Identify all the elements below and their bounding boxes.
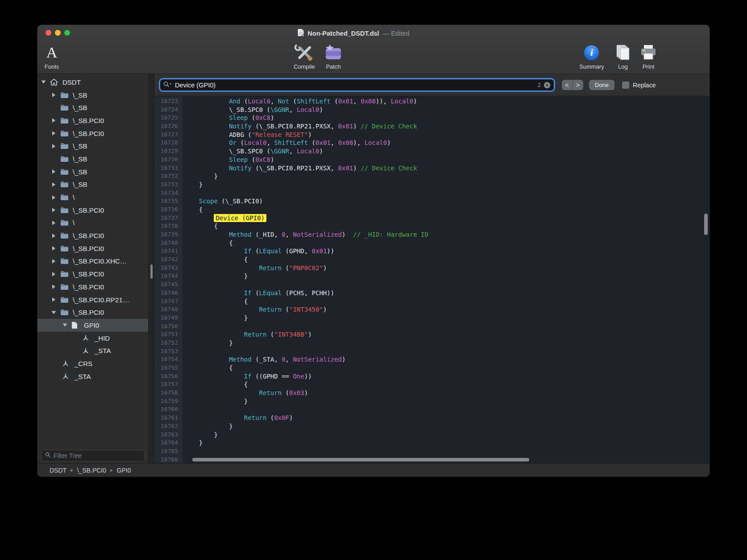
code-line[interactable]: ADBG ("Release RESET") — [184, 131, 710, 139]
chevron-right-icon[interactable] — [51, 195, 60, 200]
code-line[interactable]: { — [184, 364, 710, 372]
find-next-button[interactable]: > — [573, 80, 583, 90]
code-line[interactable]: } — [184, 272, 710, 280]
chevron-right-icon[interactable] — [51, 144, 60, 148]
chevron-right-icon[interactable] — [51, 118, 60, 123]
code-line[interactable]: } — [184, 431, 710, 439]
chevron-down-icon[interactable] — [62, 323, 71, 327]
tree-item[interactable]: \ — [37, 217, 148, 230]
breadcrumb-item[interactable]: GPI0 — [117, 467, 131, 474]
code-line[interactable]: { — [184, 206, 710, 214]
code-line[interactable]: Method (_STA, 0, NotSerialized) — [184, 355, 710, 364]
search-input[interactable] — [175, 82, 535, 89]
fonts-button[interactable]: A Fonts — [45, 43, 59, 70]
chevron-right-icon[interactable] — [51, 208, 60, 212]
code-line[interactable]: \_SB.SPC0 (\GGNR, Local0) — [184, 106, 710, 114]
code-line[interactable]: Device (GPI0) — [184, 214, 710, 222]
code-line[interactable]: If ((GPHD == One)) — [184, 372, 710, 381]
chevron-right-icon[interactable] — [51, 234, 60, 238]
code-line[interactable] — [184, 280, 710, 289]
code-line[interactable]: { — [184, 255, 710, 264]
tree-item[interactable]: \_SB.PCI0 — [37, 280, 148, 293]
tree-item[interactable]: \_SB — [37, 101, 148, 114]
log-button[interactable]: Log — [614, 43, 632, 70]
code-line[interactable]: Method (_HID, 0, NotSerialized) // _HID:… — [184, 231, 710, 239]
tree-item[interactable]: \_SB — [37, 140, 148, 152]
code-line[interactable]: Return ("INT3450") — [184, 305, 710, 314]
tree-item[interactable]: \_SB.PCI0 — [37, 268, 148, 280]
tree-item[interactable]: \_SB.PCI0 — [37, 127, 148, 140]
tree-item[interactable]: \ — [37, 191, 148, 204]
vertical-scrollbar-thumb[interactable] — [704, 214, 708, 235]
code-line[interactable]: } — [184, 181, 710, 189]
code-line[interactable] — [184, 405, 710, 414]
code-line[interactable]: } — [184, 314, 710, 322]
code-line[interactable] — [184, 322, 710, 331]
tree-item[interactable]: \_SB.PCI0 — [37, 204, 148, 217]
replace-checkbox[interactable] — [622, 82, 629, 89]
splitter[interactable] — [148, 74, 154, 463]
document-proxy-icon[interactable] — [297, 29, 304, 38]
code-line[interactable]: } — [184, 439, 710, 447]
code-line[interactable]: Or (Local0, ShiftLeft (0x01, 0x08), Loca… — [184, 139, 710, 147]
breadcrumb-item[interactable]: DSDT — [50, 467, 66, 474]
code-line[interactable]: Notify (\_SB.PCI0.RP21.PXSX, 0x01) // De… — [184, 122, 710, 131]
tree-item[interactable]: \_SB.PCI0 — [37, 306, 148, 319]
chevron-right-icon[interactable] — [51, 297, 60, 302]
code-line[interactable]: Sleep (0xC8) — [184, 114, 710, 122]
zoom-window-button[interactable] — [64, 30, 70, 36]
tree-item[interactable]: \_SB.PCI0 — [37, 229, 148, 242]
code-line[interactable]: Return ("INT34BB") — [184, 330, 710, 339]
tree-item[interactable]: _HID — [37, 332, 148, 345]
horizontal-scrollbar-thumb[interactable] — [192, 458, 529, 461]
chevron-right-icon[interactable] — [51, 131, 60, 136]
code-line[interactable]: If (LEqual (GPHD, 0x01)) — [184, 247, 710, 255]
tree-item[interactable]: \_SB.PCI0.XHC… — [37, 255, 148, 268]
tree-item[interactable]: \_SB — [37, 178, 148, 191]
chevron-right-icon[interactable] — [51, 246, 60, 251]
code-line[interactable]: Return ("PNP0C02") — [184, 264, 710, 272]
tree-item[interactable]: _STA — [37, 370, 148, 383]
chevron-down-icon[interactable] — [41, 80, 50, 84]
compile-button[interactable]: Compile — [294, 43, 315, 70]
search-field[interactable]: 2 — [159, 78, 555, 92]
chevron-right-icon[interactable] — [51, 93, 60, 97]
code-line[interactable]: { — [184, 380, 710, 389]
code-line[interactable]: If (LEqual (PCHS, PCHH)) — [184, 289, 710, 297]
search-match-highlight[interactable]: Device (GPI0) — [214, 214, 266, 222]
tree-item[interactable]: \_SB — [37, 165, 148, 178]
tree-item[interactable]: _CRS — [37, 357, 148, 370]
code-line[interactable]: } — [184, 397, 710, 406]
tree-item[interactable]: _STA — [37, 344, 148, 357]
tree-item[interactable]: \_SB.PCI0 — [37, 242, 148, 255]
code-area[interactable]: And (Local0, Not (ShiftLeft (0x01, 0x08)… — [182, 96, 710, 463]
code-line[interactable]: Sleep (0xC8) — [184, 156, 710, 164]
patch-button[interactable]: Patch — [324, 43, 343, 70]
code-line[interactable]: Notify (\_SB.PCI0.RP21.PXSX, 0x01) // De… — [184, 164, 710, 173]
chevron-right-icon[interactable] — [51, 221, 60, 225]
code-line[interactable]: Return (0x0F) — [184, 414, 710, 422]
code-line[interactable]: { — [184, 222, 710, 231]
minimize-window-button[interactable] — [55, 30, 61, 36]
tree-item[interactable]: \_SB — [37, 152, 148, 165]
chevron-right-icon[interactable] — [51, 182, 60, 187]
code-line[interactable]: } — [184, 422, 710, 431]
chevron-right-icon[interactable] — [51, 259, 60, 264]
chevron-right-icon[interactable] — [51, 284, 60, 289]
code-line[interactable]: And (Local0, Not (ShiftLeft (0x01, 0x08)… — [184, 97, 710, 106]
code-line[interactable]: } — [184, 172, 710, 181]
clear-search-icon[interactable] — [544, 82, 551, 89]
breadcrumb-item[interactable]: \_SB.PCI0 — [77, 467, 106, 474]
print-button[interactable]: Print — [639, 43, 657, 70]
filter-tree-input[interactable] — [54, 452, 141, 459]
code-line[interactable]: Scope (\_SB.PCI0) — [184, 197, 710, 206]
tree-item[interactable]: \_SB.PCI0.RP21… — [37, 293, 148, 306]
replace-toggle[interactable]: Replace — [622, 82, 656, 89]
tree-item[interactable]: \_SB — [37, 89, 148, 102]
tree-item[interactable]: GPI0 — [37, 319, 148, 332]
tree-item[interactable]: DSDT — [37, 76, 148, 89]
done-button[interactable]: Done — [589, 80, 614, 90]
code-line[interactable]: \_SB.SPC0 (\GGNR, Local0) — [184, 147, 710, 156]
tree-item[interactable]: \_SB.PCI0 — [37, 114, 148, 127]
code-line[interactable]: } — [184, 339, 710, 347]
